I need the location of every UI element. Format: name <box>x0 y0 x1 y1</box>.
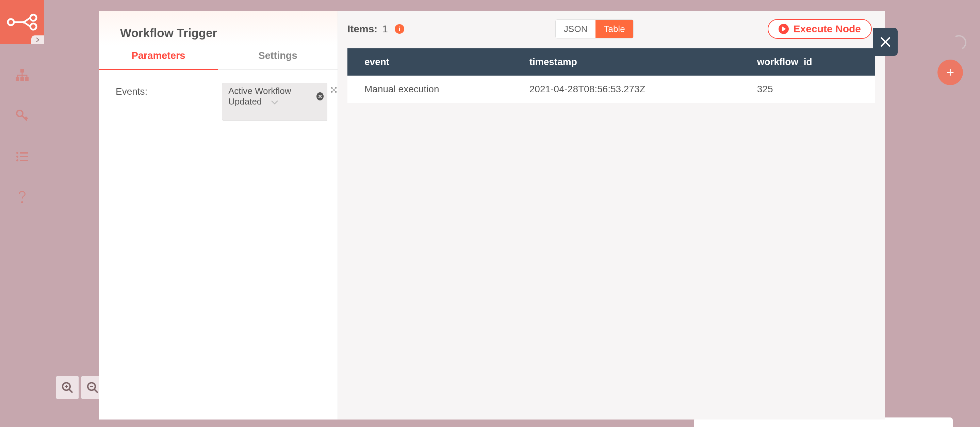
svg-point-3 <box>22 21 25 24</box>
n8n-logo-icon <box>7 14 37 31</box>
events-param-label: Events: <box>116 83 147 121</box>
svg-point-1 <box>30 14 37 21</box>
info-icon[interactable]: i <box>395 24 404 34</box>
svg-point-15 <box>21 201 23 203</box>
tab-parameters[interactable]: Parameters <box>99 50 218 70</box>
view-table-button[interactable]: Table <box>595 20 633 38</box>
column-header-timestamp[interactable]: timestamp <box>512 48 740 76</box>
column-header-workflow-id[interactable]: workflow_id <box>740 48 875 76</box>
chevron-down-icon <box>271 100 278 106</box>
svg-point-9 <box>16 152 18 154</box>
cell-workflow-id: 325 <box>740 76 875 103</box>
tab-settings[interactable]: Settings <box>218 50 337 70</box>
svg-rect-5 <box>16 77 19 81</box>
zoom-controls <box>56 376 104 399</box>
sidebar-item-help[interactable] <box>0 187 44 208</box>
column-header-event[interactable]: event <box>347 48 512 76</box>
zoom-in-icon <box>62 382 73 393</box>
svg-point-2 <box>30 24 37 30</box>
node-editor-modal: Workflow Trigger Parameters Settings Eve… <box>99 11 885 419</box>
items-count: 1 <box>382 23 388 35</box>
cell-timestamp: 2021-04-28T08:56:53.273Z <box>512 76 740 103</box>
node-tabs: Parameters Settings <box>99 50 337 70</box>
zoom-in-button[interactable] <box>56 376 79 399</box>
key-icon <box>16 110 28 122</box>
remove-tag-icon[interactable]: ✕ <box>317 92 324 100</box>
sidebar-item-credentials[interactable] <box>0 105 44 126</box>
svg-point-11 <box>16 156 18 158</box>
sidebar-item-workflows[interactable] <box>0 65 44 85</box>
cell-event: Manual execution <box>347 76 512 103</box>
list-icon <box>16 151 28 162</box>
add-node-fab[interactable]: + <box>937 60 963 85</box>
execute-node-button[interactable]: Execute Node <box>768 19 872 39</box>
chevron-right-icon <box>36 37 40 42</box>
svg-point-0 <box>8 19 14 25</box>
view-toggle: JSON Table <box>555 19 633 38</box>
view-json-button[interactable]: JSON <box>556 20 595 38</box>
svg-rect-7 <box>25 77 29 81</box>
items-label: Items: <box>347 23 377 35</box>
zoom-out-icon <box>87 382 98 393</box>
sidebar-expand-toggle[interactable] <box>31 35 44 44</box>
background-toggle-decor <box>950 33 968 52</box>
svg-rect-6 <box>21 77 24 81</box>
play-icon <box>778 24 789 34</box>
execute-node-label: Execute Node <box>794 23 861 35</box>
svg-rect-10 <box>20 152 28 154</box>
table-row[interactable]: Manual execution 2021-04-28T08:56:53.273… <box>347 76 875 103</box>
svg-rect-4 <box>21 69 24 73</box>
sidebar <box>0 0 44 427</box>
svg-rect-12 <box>20 156 28 157</box>
param-options-icon[interactable] <box>330 86 337 95</box>
plus-icon: + <box>946 65 954 80</box>
close-modal-button[interactable] <box>873 28 898 56</box>
app-logo[interactable] <box>0 0 44 44</box>
close-icon <box>879 36 891 48</box>
sidebar-item-executions[interactable] <box>0 147 44 167</box>
output-table: event timestamp workflow_id Manual execu… <box>347 48 875 103</box>
svg-rect-14 <box>20 160 28 161</box>
parameters-form: Events: Active Workflow Updated ✕ <box>99 70 337 121</box>
output-table-wrap: event timestamp workflow_id Manual execu… <box>338 41 885 110</box>
events-multiselect[interactable]: Active Workflow Updated ✕ <box>222 83 327 121</box>
workflows-icon <box>16 69 29 81</box>
node-output-panel: Items: 1 i JSON Table Execute Node event… <box>338 11 885 419</box>
output-header: Items: 1 i JSON Table Execute Node <box>338 11 885 41</box>
svg-point-13 <box>16 159 18 161</box>
node-title: Workflow Trigger <box>99 11 337 50</box>
node-parameters-panel: Workflow Trigger Parameters Settings Eve… <box>99 11 338 419</box>
question-icon <box>18 191 27 204</box>
